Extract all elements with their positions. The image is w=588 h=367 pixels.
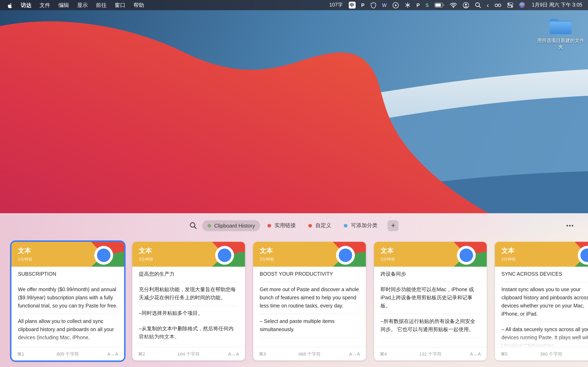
tab-label: 实用链接 [275, 222, 296, 229]
clipboard-card-1[interactable]: 文本 1分钟前 SUBSCRIPTION We offer monthly ($… [11, 242, 124, 360]
plain-text-icon: A→A [107, 351, 118, 356]
apple-icon [7, 2, 13, 8]
card-type-label: 文本 [502, 247, 588, 255]
word-count-status[interactable]: 107字 [329, 2, 343, 8]
paste-app-icon[interactable]: P [416, 2, 420, 8]
glasses-icon[interactable] [495, 2, 502, 8]
card-time-label: 2分钟前 [260, 257, 366, 262]
menu-go[interactable]: 前往 [92, 0, 111, 10]
card-text-section: – Select and paste multiple items simult… [260, 314, 359, 338]
tab-custom[interactable]: 自定义 [303, 220, 337, 231]
card-footer: ⌘3 468 个字符 A→A [253, 347, 366, 360]
paste-panel: Clipboard History 实用链接 自定义 可添加分类 + ••• [0, 213, 588, 367]
input-source-icon[interactable]: 中 [348, 2, 355, 8]
card-time-label: 2分钟前 [139, 257, 245, 262]
chevron-left-icon[interactable]: ‹ [487, 2, 489, 8]
card-char-count: 132 个字符 [419, 351, 442, 357]
tab-dot [344, 224, 348, 227]
card-header: 文本 2分钟前 [495, 242, 588, 267]
add-category-button[interactable]: + [388, 220, 399, 231]
tab-dot [268, 224, 271, 227]
card-text-section: BOOST YOUR PRODUCTIVITY [260, 267, 359, 282]
card-shortcut: ⌘4 [380, 351, 387, 357]
card-text-section: SUBSCRIPTION [18, 267, 118, 282]
card-footer: ⌘2 164 个字符 A→A [132, 347, 245, 360]
card-time-label: 2分钟前 [380, 257, 487, 262]
card-footer: ⌘1 805 个字符 A→A [11, 347, 124, 360]
card-type-label: 文本 [139, 247, 245, 255]
spotlight-search-icon[interactable] [475, 2, 481, 8]
menu-edit[interactable]: 编辑 [54, 0, 73, 10]
card-char-count: 468 个字符 [298, 351, 321, 357]
desktop-screen: 访达 文件 编辑 显示 前往 窗口 帮助 107字 中 P W P S [0, 0, 588, 367]
card-type-label: 文本 [260, 247, 366, 255]
tab-label: Clipboard History [214, 222, 255, 229]
w-app-icon[interactable]: W [382, 2, 387, 8]
play-icon[interactable] [392, 2, 399, 8]
card-body: BOOST YOUR PRODUCTIVITY Get more out of … [253, 267, 366, 338]
folder-icon [549, 17, 572, 35]
category-tabs: Clipboard History 实用链接 自定义 可添加分类 + [202, 220, 398, 231]
card-char-count: 805 个字符 [57, 351, 79, 357]
clipboard-card-2[interactable]: 文本 2分钟前 提高您的生产力 充分利用粘贴功能，发现大量旨在帮助您每天减少花在… [132, 242, 245, 360]
card-body: 提高您的生产力 充分利用粘贴功能，发现大量旨在帮助您每天减少花在例行任务上的时间… [132, 267, 245, 345]
tab-useful-links[interactable]: 实用链接 [262, 220, 301, 231]
card-body: SUBSCRIPTION We offer monthly ($0.99/mon… [11, 267, 124, 346]
menu-file[interactable]: 文件 [35, 0, 54, 10]
account-icon[interactable] [463, 2, 469, 8]
app-menu-finder[interactable]: 访达 [17, 0, 35, 10]
menu-window[interactable]: 窗口 [111, 0, 130, 10]
more-options-button[interactable]: ••• [566, 222, 574, 229]
card-text-section: 即时同步功能使您可以在Mac，iPhone 或iPad上跨设备使用剪贴板历史记录… [380, 282, 480, 314]
shield-icon[interactable] [370, 2, 376, 8]
tab-dot [207, 224, 211, 227]
search-icon[interactable] [189, 222, 197, 229]
card-shortcut: ⌘3 [259, 351, 266, 357]
control-center-icon[interactable] [507, 2, 513, 8]
apple-menu[interactable] [4, 2, 17, 8]
clipboard-card-3[interactable]: 文本 2分钟前 BOOST YOUR PRODUCTIVITY Get more… [253, 242, 366, 360]
plain-text-icon: A→A [470, 351, 481, 356]
card-text-section: 提高您的生产力 [139, 267, 238, 282]
card-header: 文本 2分钟前 [132, 242, 245, 267]
card-text-section: Get more out of Paste and discover a who… [260, 282, 359, 314]
tab-label: 自定义 [315, 222, 331, 229]
p-app-icon[interactable]: P [361, 2, 364, 8]
card-type-label: 文本 [380, 247, 487, 255]
card-footer: ⌘5 360 个字符 A→A [495, 347, 588, 360]
card-text-section: –同时选择并粘贴多个项目。 [139, 306, 238, 321]
tab-dot [309, 224, 312, 227]
menu-view[interactable]: 显示 [73, 0, 92, 10]
card-body: SYNC ACROSS DEVICES Instant sync allows … [495, 267, 588, 354]
card-header: 文本 2分钟前 [253, 242, 366, 267]
plain-text-icon: A→A [228, 351, 239, 356]
card-text-section: Instant sync allows you to use your clip… [502, 282, 588, 322]
card-text-section: 充分利用粘贴功能，发现大量旨在帮助您每天减少花在例行任务上的时间的功能。 [139, 282, 238, 306]
card-text-section: –从复制的文本中删除格式，然后将任何内容粘贴为纯文本。 [139, 321, 238, 345]
wifi-icon[interactable] [450, 2, 457, 8]
desktop-folder-new[interactable]: 用所选项目新建的文件夹 [536, 17, 586, 50]
tab-clipboard-history[interactable]: Clipboard History [202, 220, 260, 231]
card-text-section: 跨设备同步 [380, 267, 480, 282]
tab-label: 可添加分类 [351, 222, 378, 229]
asterisk-icon[interactable] [405, 2, 411, 8]
card-header: 文本 1分钟前 [11, 242, 124, 267]
card-type-label: 文本 [18, 247, 124, 255]
clipboard-card-5[interactable]: 文本 2分钟前 SYNC ACROSS DEVICES Instant sync… [495, 242, 588, 360]
siri-icon[interactable] [519, 2, 525, 8]
clipboard-card-4[interactable]: 文本 2分钟前 跨设备同步 即时同步功能使您可以在Mac，iPhone 或iPa… [374, 242, 487, 360]
menu-help[interactable]: 帮助 [130, 0, 148, 10]
tab-addable-category[interactable]: 可添加分类 [339, 220, 383, 231]
menu-bar-clock[interactable]: 1月9日 周六 下午 3:05 [532, 2, 582, 8]
card-char-count: 164 个字符 [178, 351, 200, 357]
card-header: 文本 2分钟前 [374, 242, 487, 267]
s-app-icon[interactable]: S [425, 2, 429, 8]
card-footer: ⌘4 132 个字符 A→A [374, 347, 487, 360]
clipboard-cards-row: 文本 1分钟前 SUBSCRIPTION We offer monthly ($… [0, 239, 588, 367]
card-shortcut: ⌘5 [501, 351, 508, 357]
battery-icon[interactable] [434, 2, 444, 8]
paste-toolbar: Clipboard History 实用链接 自定义 可添加分类 + ••• [0, 220, 588, 231]
card-text-section: All plans allow you to collect and sync … [18, 314, 118, 346]
card-body: 跨设备同步 即时同步功能使您可以在Mac，iPhone 或iPad上跨设备使用剪… [374, 267, 487, 338]
menu-bar: 访达 文件 编辑 显示 前往 窗口 帮助 107字 中 P W P S [0, 0, 588, 10]
